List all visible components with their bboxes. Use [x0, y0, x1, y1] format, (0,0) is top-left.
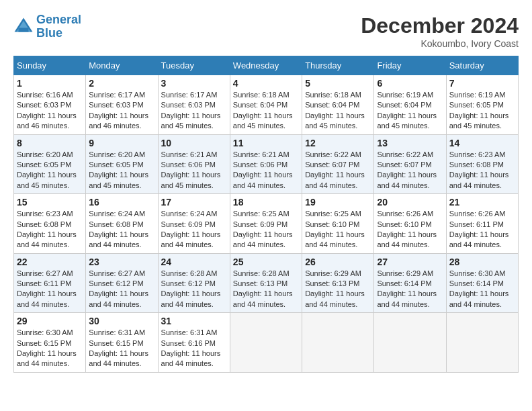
- day-info: Sunrise: 6:17 AMSunset: 6:03 PMDaylight:…: [161, 90, 227, 132]
- day-info: Sunrise: 6:31 AMSunset: 6:15 PMDaylight:…: [89, 328, 154, 369]
- day-info: Sunrise: 6:19 AMSunset: 6:04 PMDaylight:…: [377, 90, 443, 132]
- calendar-day-cell: 18Sunrise: 6:25 AMSunset: 6:09 PMDayligh…: [230, 194, 302, 254]
- day-info: Sunrise: 6:24 AMSunset: 6:08 PMDaylight:…: [89, 209, 154, 250]
- day-number: 8: [17, 138, 83, 148]
- day-info: Sunrise: 6:20 AMSunset: 6:05 PMDaylight:…: [17, 150, 83, 191]
- day-info: Sunrise: 6:25 AMSunset: 6:10 PMDaylight:…: [305, 209, 371, 250]
- day-info: Sunrise: 6:27 AMSunset: 6:12 PMDaylight:…: [89, 269, 154, 310]
- day-number: 21: [449, 197, 515, 208]
- day-number: 11: [233, 138, 299, 148]
- calendar-day-cell: 9Sunrise: 6:20 AMSunset: 6:05 PMDaylight…: [86, 134, 158, 194]
- day-info: Sunrise: 6:18 AMSunset: 6:04 PMDaylight:…: [305, 90, 371, 132]
- day-number: 22: [17, 257, 83, 267]
- calendar-day-cell: 23Sunrise: 6:27 AMSunset: 6:12 PMDayligh…: [86, 253, 158, 313]
- day-number: 29: [17, 316, 83, 326]
- day-number: 15: [17, 197, 83, 208]
- day-number: 23: [89, 257, 154, 267]
- day-info: Sunrise: 6:21 AMSunset: 6:06 PMDaylight:…: [161, 150, 227, 191]
- day-number: 20: [377, 197, 443, 208]
- day-info: Sunrise: 6:18 AMSunset: 6:04 PMDaylight:…: [233, 90, 299, 132]
- weekday-header: Friday: [374, 56, 446, 75]
- day-info: Sunrise: 6:29 AMSunset: 6:13 PMDaylight:…: [305, 269, 371, 310]
- day-info: Sunrise: 6:28 AMSunset: 6:12 PMDaylight:…: [161, 269, 227, 310]
- calendar-day-cell: 14Sunrise: 6:23 AMSunset: 6:08 PMDayligh…: [446, 134, 518, 194]
- logo: General Blue: [13, 13, 81, 40]
- month-title: December 2024: [361, 13, 519, 38]
- day-number: 28: [449, 257, 515, 267]
- day-number: 25: [233, 257, 299, 267]
- calendar-day-cell: [446, 313, 518, 373]
- day-info: Sunrise: 6:28 AMSunset: 6:13 PMDaylight:…: [233, 269, 299, 310]
- day-info: Sunrise: 6:27 AMSunset: 6:11 PMDaylight:…: [17, 269, 83, 310]
- location: Kokoumbo, Ivory Coast: [361, 38, 519, 49]
- calendar-day-cell: 7Sunrise: 6:19 AMSunset: 6:05 PMDaylight…: [446, 75, 518, 135]
- calendar-day-cell: 13Sunrise: 6:22 AMSunset: 6:07 PMDayligh…: [374, 134, 446, 194]
- calendar-day-cell: 21Sunrise: 6:26 AMSunset: 6:11 PMDayligh…: [446, 194, 518, 254]
- logo-icon: [13, 17, 34, 37]
- day-info: Sunrise: 6:21 AMSunset: 6:06 PMDaylight:…: [233, 150, 299, 191]
- day-number: 26: [305, 257, 371, 267]
- calendar-day-cell: 2Sunrise: 6:17 AMSunset: 6:03 PMDaylight…: [86, 75, 158, 135]
- calendar-day-cell: 22Sunrise: 6:27 AMSunset: 6:11 PMDayligh…: [14, 253, 86, 313]
- day-info: Sunrise: 6:19 AMSunset: 6:05 PMDaylight:…: [449, 90, 515, 132]
- day-number: 13: [377, 138, 443, 148]
- day-number: 1: [17, 78, 83, 89]
- calendar-day-cell: 12Sunrise: 6:22 AMSunset: 6:07 PMDayligh…: [302, 134, 374, 194]
- calendar-week-row: 29Sunrise: 6:30 AMSunset: 6:15 PMDayligh…: [14, 313, 519, 373]
- day-number: 19: [305, 197, 371, 208]
- day-number: 6: [377, 78, 443, 89]
- day-info: Sunrise: 6:17 AMSunset: 6:03 PMDaylight:…: [89, 90, 154, 132]
- day-info: Sunrise: 6:25 AMSunset: 6:09 PMDaylight:…: [233, 209, 299, 250]
- day-info: Sunrise: 6:24 AMSunset: 6:09 PMDaylight:…: [161, 209, 227, 250]
- day-number: 10: [161, 138, 227, 148]
- day-number: 30: [89, 316, 154, 326]
- day-number: 18: [233, 197, 299, 208]
- calendar-day-cell: 29Sunrise: 6:30 AMSunset: 6:15 PMDayligh…: [14, 313, 86, 373]
- day-number: 4: [233, 78, 299, 89]
- day-number: 12: [305, 138, 371, 148]
- calendar-week-row: 8Sunrise: 6:20 AMSunset: 6:05 PMDaylight…: [14, 134, 519, 194]
- calendar-day-cell: 3Sunrise: 6:17 AMSunset: 6:03 PMDaylight…: [158, 75, 230, 135]
- calendar-day-cell: 17Sunrise: 6:24 AMSunset: 6:09 PMDayligh…: [158, 194, 230, 254]
- day-info: Sunrise: 6:22 AMSunset: 6:07 PMDaylight:…: [305, 150, 371, 191]
- day-info: Sunrise: 6:29 AMSunset: 6:14 PMDaylight:…: [377, 269, 443, 310]
- calendar-day-cell: 24Sunrise: 6:28 AMSunset: 6:12 PMDayligh…: [158, 253, 230, 313]
- day-number: 16: [89, 197, 154, 208]
- day-info: Sunrise: 6:26 AMSunset: 6:10 PMDaylight:…: [377, 209, 443, 250]
- calendar-day-cell: 30Sunrise: 6:31 AMSunset: 6:15 PMDayligh…: [86, 313, 158, 373]
- calendar-day-cell: 27Sunrise: 6:29 AMSunset: 6:14 PMDayligh…: [374, 253, 446, 313]
- calendar-day-cell: 31Sunrise: 6:31 AMSunset: 6:16 PMDayligh…: [158, 313, 230, 373]
- day-info: Sunrise: 6:30 AMSunset: 6:14 PMDaylight:…: [449, 269, 515, 310]
- calendar-day-cell: 16Sunrise: 6:24 AMSunset: 6:08 PMDayligh…: [86, 194, 158, 254]
- calendar-day-cell: 11Sunrise: 6:21 AMSunset: 6:06 PMDayligh…: [230, 134, 302, 194]
- day-number: 27: [377, 257, 443, 267]
- calendar-day-cell: 6Sunrise: 6:19 AMSunset: 6:04 PMDaylight…: [374, 75, 446, 135]
- day-number: 3: [161, 78, 227, 89]
- day-info: Sunrise: 6:22 AMSunset: 6:07 PMDaylight:…: [377, 150, 443, 191]
- calendar-day-cell: 8Sunrise: 6:20 AMSunset: 6:05 PMDaylight…: [14, 134, 86, 194]
- day-number: 2: [89, 78, 154, 89]
- day-number: 17: [161, 197, 227, 208]
- day-number: 7: [449, 78, 515, 89]
- calendar-header-row: SundayMondayTuesdayWednesdayThursdayFrid…: [14, 56, 519, 75]
- day-info: Sunrise: 6:16 AMSunset: 6:03 PMDaylight:…: [17, 90, 83, 132]
- day-info: Sunrise: 6:26 AMSunset: 6:11 PMDaylight:…: [449, 209, 515, 250]
- day-number: 24: [161, 257, 227, 267]
- weekday-header: Wednesday: [230, 56, 302, 75]
- calendar-day-cell: 25Sunrise: 6:28 AMSunset: 6:13 PMDayligh…: [230, 253, 302, 313]
- calendar-day-cell: 4Sunrise: 6:18 AMSunset: 6:04 PMDaylight…: [230, 75, 302, 135]
- calendar-table: SundayMondayTuesdayWednesdayThursdayFrid…: [13, 56, 519, 373]
- calendar-day-cell: 15Sunrise: 6:23 AMSunset: 6:08 PMDayligh…: [14, 194, 86, 254]
- calendar-day-cell: 19Sunrise: 6:25 AMSunset: 6:10 PMDayligh…: [302, 194, 374, 254]
- day-info: Sunrise: 6:23 AMSunset: 6:08 PMDaylight:…: [17, 209, 83, 250]
- day-info: Sunrise: 6:30 AMSunset: 6:15 PMDaylight:…: [17, 328, 83, 369]
- logo-text: General Blue: [36, 13, 81, 40]
- day-info: Sunrise: 6:31 AMSunset: 6:16 PMDaylight:…: [161, 328, 227, 369]
- calendar-day-cell: [230, 313, 302, 373]
- weekday-header: Sunday: [14, 56, 86, 75]
- weekday-header: Thursday: [302, 56, 374, 75]
- calendar-day-cell: 1Sunrise: 6:16 AMSunset: 6:03 PMDaylight…: [14, 75, 86, 135]
- calendar-day-cell: 10Sunrise: 6:21 AMSunset: 6:06 PMDayligh…: [158, 134, 230, 194]
- title-block: December 2024 Kokoumbo, Ivory Coast: [361, 13, 519, 49]
- weekday-header: Saturday: [446, 56, 518, 75]
